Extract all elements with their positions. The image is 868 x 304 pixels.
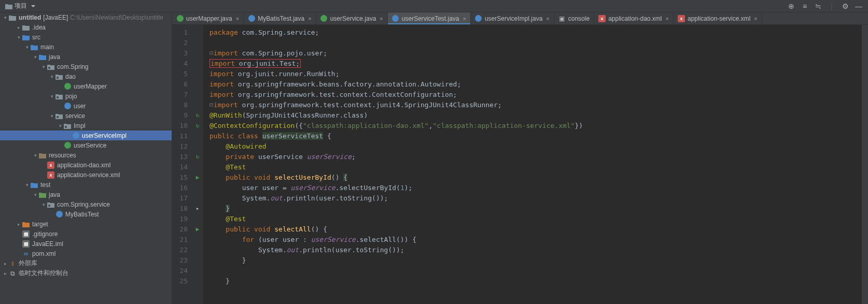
close-icon[interactable]: ×	[754, 16, 757, 22]
close-icon[interactable]: ×	[666, 16, 669, 22]
code-content[interactable]: package com.Spring.service; ⊟import com.…	[203, 25, 862, 304]
code-line[interactable]: System.out.println(user.toString());	[209, 193, 862, 204]
run-gutter-icon[interactable]: ▶	[196, 224, 200, 235]
code-line[interactable]: @RunWith(SpringJUnit4ClassRunner.class)	[209, 110, 862, 121]
spring-gutter-icon[interactable]: ↻	[196, 121, 200, 131]
tree-row[interactable]: xapplication-dao.xml	[0, 160, 172, 170]
run-gutter-icon[interactable]: ▶	[196, 172, 200, 183]
gear-icon[interactable]: ⚙	[841, 2, 849, 10]
code-line[interactable]: }	[209, 255, 862, 266]
chevron-icon[interactable]: ▾	[16, 35, 22, 40]
tab-label: console	[568, 15, 590, 22]
chevron-icon[interactable]: ▾	[49, 74, 55, 79]
close-icon[interactable]: ×	[236, 16, 239, 22]
tree-row[interactable]: ▾src	[0, 32, 172, 42]
chevron-icon[interactable]: ▾	[24, 45, 30, 50]
editor-tab[interactable]: userServiceTest.java×	[388, 12, 471, 24]
code-line[interactable]: import org.junit.Test;	[209, 59, 862, 69]
code-line[interactable]: package com.Spring.service;	[209, 27, 862, 38]
editor-tab[interactable]: userService.java×	[316, 12, 388, 24]
chevron-icon[interactable]: ▾	[40, 64, 47, 69]
code-line[interactable]: ⊟import org.springframework.test.context…	[209, 100, 862, 110]
tree-row[interactable]: ▾dao	[0, 71, 172, 81]
minimize-icon[interactable]: —	[855, 2, 863, 10]
code-line[interactable]: @Test	[209, 162, 862, 172]
editor-tab[interactable]: MyBatisTest.java×	[244, 12, 316, 24]
tree-item-label: userServiceImpl	[82, 132, 127, 139]
tree-row[interactable]: ▾test	[0, 180, 172, 190]
chevron-icon[interactable]: ▾	[49, 94, 55, 99]
chevron-icon[interactable]: ▾	[49, 113, 55, 119]
tree-row[interactable]: userMapper	[0, 81, 172, 91]
editor-body[interactable]: 1234567891011121314151617181920212223242…	[172, 25, 868, 304]
tree-libs[interactable]: ▸ ⦀ 外部库	[0, 258, 172, 268]
editor-tab[interactable]: userServiceImpl.java×	[471, 12, 554, 24]
code-line[interactable]: public void selectUserById() {	[209, 172, 862, 183]
chevron-down-icon[interactable]: ▾	[2, 15, 8, 20]
code-line[interactable]: private userService userService;	[209, 152, 862, 162]
tree-row[interactable]: ▾com.Spring.service	[0, 199, 172, 209]
tree-row[interactable]: userService	[0, 140, 172, 150]
tree-row[interactable]: ▾java	[0, 190, 172, 199]
code-line[interactable]: public void selectAll() {	[209, 224, 862, 235]
collapse-all-icon[interactable]: ≒	[814, 2, 822, 10]
chevron-icon[interactable]: ▾	[32, 54, 38, 60]
scrollbar-vertical[interactable]	[862, 25, 868, 304]
close-icon[interactable]: ×	[546, 16, 549, 22]
locate-icon[interactable]: ⊕	[787, 2, 795, 10]
code-line[interactable]: import org.junit.runner.RunWith;	[209, 69, 862, 79]
code-line[interactable]: user user = userService.selectUserById(1…	[209, 183, 862, 193]
tree-row[interactable]: ▾main	[0, 42, 172, 52]
chevron-icon[interactable]: ▾	[40, 202, 47, 207]
tree-row[interactable]: ▸.idea	[0, 22, 172, 32]
tree-row[interactable]: ▾Impl	[0, 121, 172, 131]
tree-row[interactable]: ▾resources	[0, 150, 172, 160]
tree-row[interactable]: ▾pojo	[0, 91, 172, 101]
code-line[interactable]: @ContextConfiguration({"classpath:applic…	[209, 121, 862, 131]
chevron-icon[interactable]: ▸	[16, 25, 22, 30]
code-line[interactable]: ⊟import com.Spring.pojo.user;	[209, 48, 862, 59]
chevron-icon[interactable]: ▾	[24, 182, 30, 187]
code-line[interactable]: @Test	[209, 214, 862, 224]
tree-row[interactable]: user	[0, 101, 172, 111]
spring-gutter-icon[interactable]: ↻	[196, 152, 200, 162]
expand-all-icon[interactable]: ≡	[801, 2, 809, 10]
tree-row[interactable]: MyBatisTest	[0, 209, 172, 219]
tree-row[interactable]: ▾service	[0, 111, 172, 121]
code-line[interactable]: import org.springframework.test.context.…	[209, 90, 862, 100]
tree-row[interactable]: ▸target	[0, 219, 172, 229]
editor-tab[interactable]: xapplication-dao.xml×	[594, 12, 674, 24]
tree-item-icon	[47, 201, 55, 208]
close-icon[interactable]: ×	[380, 16, 383, 22]
code-line[interactable]: import org.springframework.beans.factory…	[209, 79, 862, 90]
tree-row[interactable]: ▤.gitignore	[0, 229, 172, 239]
close-icon[interactable]: ×	[308, 16, 311, 22]
tree-root[interactable]: ▾ untitled [JavaEE] C:\Users\Newland\Des…	[0, 12, 172, 22]
tree-row[interactable]: mpom.xml	[0, 249, 172, 258]
tree-row[interactable]: ▾com.Spring	[0, 62, 172, 71]
editor-tab[interactable]: userMapper.java×	[172, 12, 244, 24]
code-line[interactable]: for (user user : userService.selectAll()…	[209, 235, 862, 245]
chevron-icon[interactable]: ▾	[32, 153, 38, 158]
code-line[interactable]	[209, 38, 862, 48]
project-tree[interactable]: ▾ untitled [JavaEE] C:\Users\Newland\Des…	[0, 12, 172, 304]
code-line[interactable]: }	[209, 204, 862, 214]
tree-scratch[interactable]: ▸ ⧉ 临时文件和控制台	[0, 268, 172, 278]
code-line[interactable]: }	[209, 276, 862, 286]
code-line[interactable]: public class userServiceTest {	[209, 131, 862, 141]
tree-row[interactable]: ▤JavaEE.iml	[0, 239, 172, 249]
spring-gutter-icon[interactable]: ↻	[196, 110, 200, 121]
code-line[interactable]	[209, 266, 862, 276]
chevron-icon[interactable]: ▾	[32, 192, 38, 197]
project-tool-label[interactable]: 项目	[2, 2, 38, 10]
code-line[interactable]: System.out.println(user.toString());	[209, 245, 862, 255]
editor-tab[interactable]: ▣console	[554, 12, 594, 24]
tree-row[interactable]: userServiceImpl	[0, 131, 172, 140]
chevron-icon[interactable]: ▸	[16, 222, 22, 227]
code-line[interactable]: @Autowired	[209, 141, 862, 152]
editor-tab[interactable]: xapplication-service.xml×	[674, 12, 762, 24]
close-icon[interactable]: ×	[463, 16, 466, 22]
tree-row[interactable]: xapplication-service.xml	[0, 170, 172, 180]
tree-row[interactable]: ▾java	[0, 52, 172, 62]
chevron-icon[interactable]: ▾	[57, 123, 63, 128]
